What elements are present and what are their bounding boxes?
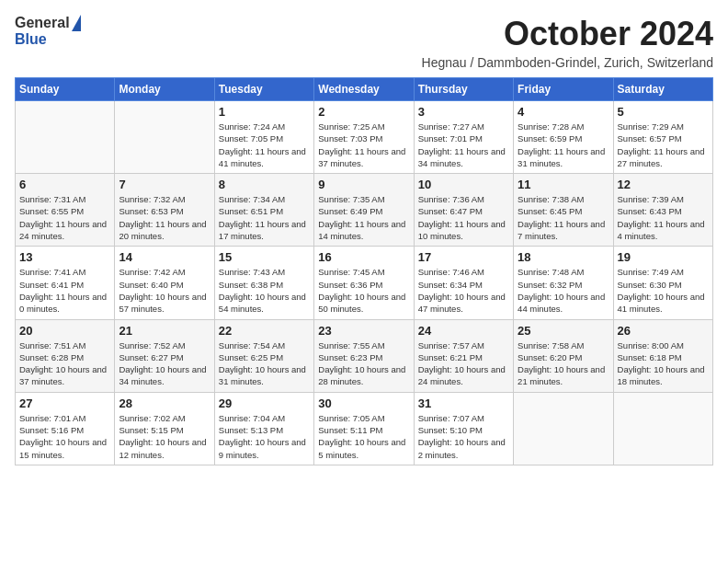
day-info: Sunrise: 7:46 AM Sunset: 6:34 PM Dayligh… xyxy=(418,266,509,315)
day-number: 30 xyxy=(318,396,409,410)
day-info: Sunrise: 7:35 AM Sunset: 6:49 PM Dayligh… xyxy=(318,193,409,242)
day-info: Sunrise: 7:36 AM Sunset: 6:47 PM Dayligh… xyxy=(418,193,509,242)
day-number: 29 xyxy=(219,396,310,410)
calendar-cell: 28Sunrise: 7:02 AM Sunset: 5:15 PM Dayli… xyxy=(115,392,214,465)
day-number: 12 xyxy=(618,178,709,191)
calendar-cell: 19Sunrise: 7:49 AM Sunset: 6:30 PM Dayli… xyxy=(613,247,712,319)
day-info: Sunrise: 7:45 AM Sunset: 6:36 PM Dayligh… xyxy=(318,266,409,315)
weekday-header-row: SundayMondayTuesdayWednesdayThursdayFrid… xyxy=(16,78,713,101)
week-row-4: 20Sunrise: 7:51 AM Sunset: 6:28 PM Dayli… xyxy=(16,319,713,392)
logo-general: General xyxy=(15,15,70,31)
day-number: 21 xyxy=(119,324,210,338)
day-number: 9 xyxy=(318,178,409,191)
weekday-header-friday: Friday xyxy=(514,78,613,101)
calendar-cell: 12Sunrise: 7:39 AM Sunset: 6:43 PM Dayli… xyxy=(613,174,712,247)
calendar-cell xyxy=(514,392,613,465)
day-info: Sunrise: 7:58 AM Sunset: 6:20 PM Dayligh… xyxy=(518,339,609,388)
calendar-cell: 2Sunrise: 7:25 AM Sunset: 7:03 PM Daylig… xyxy=(314,101,414,174)
day-info: Sunrise: 7:43 AM Sunset: 6:38 PM Dayligh… xyxy=(219,266,310,315)
day-number: 17 xyxy=(418,250,509,264)
day-number: 24 xyxy=(418,324,509,338)
calendar-cell: 21Sunrise: 7:52 AM Sunset: 6:27 PM Dayli… xyxy=(115,319,214,392)
day-info: Sunrise: 7:31 AM Sunset: 6:55 PM Dayligh… xyxy=(19,193,110,242)
calendar-cell: 14Sunrise: 7:42 AM Sunset: 6:40 PM Dayli… xyxy=(115,247,214,319)
calendar-cell: 20Sunrise: 7:51 AM Sunset: 6:28 PM Dayli… xyxy=(16,319,115,392)
calendar-cell xyxy=(115,101,214,174)
page-header: General Blue October 2024 Hegnau / Dammb… xyxy=(15,15,713,70)
day-info: Sunrise: 7:57 AM Sunset: 6:21 PM Dayligh… xyxy=(418,339,509,388)
weekday-header-wednesday: Wednesday xyxy=(314,78,414,101)
calendar-cell: 30Sunrise: 7:05 AM Sunset: 5:11 PM Dayli… xyxy=(314,392,414,465)
calendar-cell: 16Sunrise: 7:45 AM Sunset: 6:36 PM Dayli… xyxy=(314,247,414,319)
calendar-cell: 25Sunrise: 7:58 AM Sunset: 6:20 PM Dayli… xyxy=(514,319,613,392)
week-row-3: 13Sunrise: 7:41 AM Sunset: 6:41 PM Dayli… xyxy=(16,247,713,319)
weekday-header-saturday: Saturday xyxy=(613,78,712,101)
day-number: 4 xyxy=(518,105,609,119)
calendar-cell: 1Sunrise: 7:24 AM Sunset: 7:05 PM Daylig… xyxy=(214,101,313,174)
logo-blue: Blue xyxy=(15,31,47,48)
day-info: Sunrise: 7:38 AM Sunset: 6:45 PM Dayligh… xyxy=(518,193,609,242)
calendar-cell: 11Sunrise: 7:38 AM Sunset: 6:45 PM Dayli… xyxy=(514,174,613,247)
day-number: 7 xyxy=(119,178,210,191)
calendar-cell: 13Sunrise: 7:41 AM Sunset: 6:41 PM Dayli… xyxy=(16,247,115,319)
day-info: Sunrise: 7:48 AM Sunset: 6:32 PM Dayligh… xyxy=(518,266,609,315)
day-info: Sunrise: 7:39 AM Sunset: 6:43 PM Dayligh… xyxy=(618,193,709,242)
calendar-cell xyxy=(16,101,115,174)
calendar-cell: 17Sunrise: 7:46 AM Sunset: 6:34 PM Dayli… xyxy=(414,247,513,319)
day-info: Sunrise: 7:28 AM Sunset: 6:59 PM Dayligh… xyxy=(518,121,609,169)
calendar-cell: 18Sunrise: 7:48 AM Sunset: 6:32 PM Dayli… xyxy=(514,247,613,319)
calendar-cell: 26Sunrise: 8:00 AM Sunset: 6:18 PM Dayli… xyxy=(613,319,712,392)
month-title: October 2024 xyxy=(422,15,713,53)
day-number: 23 xyxy=(318,324,409,338)
calendar-cell: 29Sunrise: 7:04 AM Sunset: 5:13 PM Dayli… xyxy=(214,392,313,465)
calendar-cell: 15Sunrise: 7:43 AM Sunset: 6:38 PM Dayli… xyxy=(214,247,313,319)
day-info: Sunrise: 7:32 AM Sunset: 6:53 PM Dayligh… xyxy=(119,193,210,242)
day-number: 25 xyxy=(518,324,609,338)
day-info: Sunrise: 7:52 AM Sunset: 6:27 PM Dayligh… xyxy=(119,339,210,388)
day-info: Sunrise: 7:25 AM Sunset: 7:03 PM Dayligh… xyxy=(318,121,409,169)
calendar-cell: 9Sunrise: 7:35 AM Sunset: 6:49 PM Daylig… xyxy=(314,174,414,247)
day-info: Sunrise: 7:49 AM Sunset: 6:30 PM Dayligh… xyxy=(618,266,709,315)
day-number: 1 xyxy=(219,105,310,119)
day-number: 5 xyxy=(618,105,709,119)
calendar-cell xyxy=(613,392,712,465)
calendar-cell: 24Sunrise: 7:57 AM Sunset: 6:21 PM Dayli… xyxy=(414,319,513,392)
day-info: Sunrise: 7:07 AM Sunset: 5:10 PM Dayligh… xyxy=(418,412,509,461)
day-number: 16 xyxy=(318,250,409,264)
calendar-cell: 6Sunrise: 7:31 AM Sunset: 6:55 PM Daylig… xyxy=(16,174,115,247)
day-number: 31 xyxy=(418,396,509,410)
logo-triangle-icon xyxy=(72,15,81,31)
day-info: Sunrise: 7:55 AM Sunset: 6:23 PM Dayligh… xyxy=(318,339,409,388)
day-number: 18 xyxy=(518,250,609,264)
logo: General Blue xyxy=(15,15,81,48)
calendar-cell: 31Sunrise: 7:07 AM Sunset: 5:10 PM Dayli… xyxy=(414,392,513,465)
calendar-cell: 23Sunrise: 7:55 AM Sunset: 6:23 PM Dayli… xyxy=(314,319,414,392)
day-number: 20 xyxy=(19,324,110,338)
location-title: Hegnau / Dammboden-Grindel, Zurich, Swit… xyxy=(422,55,713,70)
day-info: Sunrise: 7:27 AM Sunset: 7:01 PM Dayligh… xyxy=(418,121,509,169)
weekday-header-thursday: Thursday xyxy=(414,78,513,101)
calendar-cell: 3Sunrise: 7:27 AM Sunset: 7:01 PM Daylig… xyxy=(414,101,513,174)
day-number: 2 xyxy=(318,105,409,119)
calendar-cell: 7Sunrise: 7:32 AM Sunset: 6:53 PM Daylig… xyxy=(115,174,214,247)
day-info: Sunrise: 7:29 AM Sunset: 6:57 PM Dayligh… xyxy=(618,121,709,169)
day-number: 22 xyxy=(219,324,310,338)
day-number: 3 xyxy=(418,105,509,119)
day-info: Sunrise: 7:42 AM Sunset: 6:40 PM Dayligh… xyxy=(119,266,210,315)
day-info: Sunrise: 7:54 AM Sunset: 6:25 PM Dayligh… xyxy=(219,339,310,388)
calendar-cell: 4Sunrise: 7:28 AM Sunset: 6:59 PM Daylig… xyxy=(514,101,613,174)
day-number: 11 xyxy=(518,178,609,191)
calendar-cell: 27Sunrise: 7:01 AM Sunset: 5:16 PM Dayli… xyxy=(16,392,115,465)
week-row-1: 1Sunrise: 7:24 AM Sunset: 7:05 PM Daylig… xyxy=(16,101,713,174)
day-info: Sunrise: 7:41 AM Sunset: 6:41 PM Dayligh… xyxy=(19,266,110,315)
day-info: Sunrise: 7:04 AM Sunset: 5:13 PM Dayligh… xyxy=(219,412,310,461)
day-number: 27 xyxy=(19,396,110,410)
day-number: 19 xyxy=(618,250,709,264)
weekday-header-tuesday: Tuesday xyxy=(214,78,313,101)
calendar-table: SundayMondayTuesdayWednesdayThursdayFrid… xyxy=(15,77,713,465)
weekday-header-monday: Monday xyxy=(115,78,214,101)
day-number: 13 xyxy=(19,250,110,264)
week-row-5: 27Sunrise: 7:01 AM Sunset: 5:16 PM Dayli… xyxy=(16,392,713,465)
day-number: 28 xyxy=(119,396,210,410)
day-number: 6 xyxy=(19,178,110,191)
